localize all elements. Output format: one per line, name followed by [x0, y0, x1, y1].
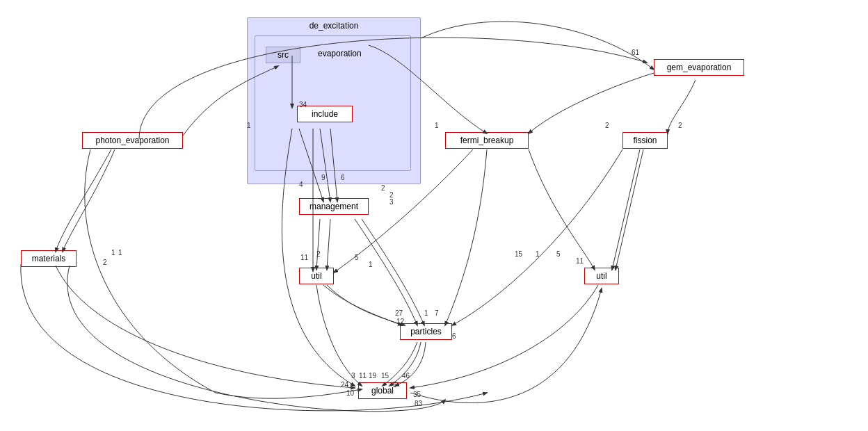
edge-label-6: 6 — [341, 174, 345, 181]
edge-label-15b: 15 — [515, 250, 522, 258]
edge-label-1b: 1 — [435, 122, 439, 129]
edge-label-12: 12 — [396, 318, 404, 325]
edge-label-61: 61 — [632, 49, 639, 56]
edge-label-83: 83 — [415, 400, 422, 407]
edge-label-5b: 5 — [393, 381, 397, 389]
de-excitation-cluster: de_excitation src evaporation include — [247, 17, 421, 184]
de-excitation-label: de_excitation — [310, 21, 359, 31]
gem-evaporation-node[interactable]: gem_evaporation — [654, 59, 744, 76]
edge-label-34: 34 — [299, 101, 307, 108]
edge-label-35: 35 — [413, 391, 421, 398]
src-node[interactable]: src — [266, 47, 300, 63]
edge-label-2e: 2 — [316, 250, 321, 258]
edge-label-15a: 15 — [381, 372, 389, 380]
edge-label-11b: 11 — [359, 372, 367, 380]
particles-node[interactable]: particles — [400, 323, 452, 340]
edge-label-1f: 1 — [111, 249, 115, 257]
edge-label-3b: 3 — [351, 372, 355, 380]
edge-label-11c: 11 — [576, 257, 584, 265]
fermi-breakup-node[interactable]: fermi_breakup — [445, 132, 529, 149]
evaporation-label: evaporation — [318, 49, 362, 58]
edge-label-6b: 6 — [452, 332, 456, 340]
fission-node[interactable]: fission — [622, 132, 668, 149]
edge-label-10: 10 — [346, 389, 354, 397]
edge-label-1a: 1 — [247, 122, 251, 129]
evaporation-cluster: src evaporation include — [255, 35, 411, 171]
edge-label-9: 9 — [321, 174, 326, 181]
edge-label-5c: 5 — [556, 250, 561, 258]
edge-label-19: 19 — [369, 372, 376, 380]
util-right-node[interactable]: util — [584, 268, 619, 284]
edge-label-11: 11 — [300, 254, 308, 261]
management-node[interactable]: management — [299, 198, 369, 215]
edge-label-3a: 3 — [389, 198, 394, 206]
edge-label-46: 46 — [402, 372, 410, 380]
edge-label-1g: 1 — [118, 249, 122, 257]
edge-label-4: 4 — [299, 181, 303, 188]
edge-label-2b: 2 — [678, 122, 682, 129]
global-node[interactable]: global — [358, 382, 407, 399]
edge-label-1e: 1 — [536, 250, 540, 258]
edge-label-2a: 2 — [605, 122, 609, 129]
edge-label-24: 24 — [341, 381, 348, 389]
edge-label-2c: 2 — [381, 184, 385, 192]
edge-label-27: 27 — [395, 309, 403, 317]
edge-label-2f: 2 — [103, 259, 107, 266]
edge-label-5a: 5 — [355, 254, 359, 261]
util-left-node[interactable]: util — [299, 268, 334, 284]
photon-evaporation-node[interactable]: photon_evaporation — [82, 132, 183, 149]
materials-node[interactable]: materials — [21, 250, 77, 267]
edge-label-1c: 1 — [369, 261, 373, 268]
edge-label-7: 7 — [435, 309, 439, 317]
edge-label-1d: 1 — [424, 309, 428, 317]
